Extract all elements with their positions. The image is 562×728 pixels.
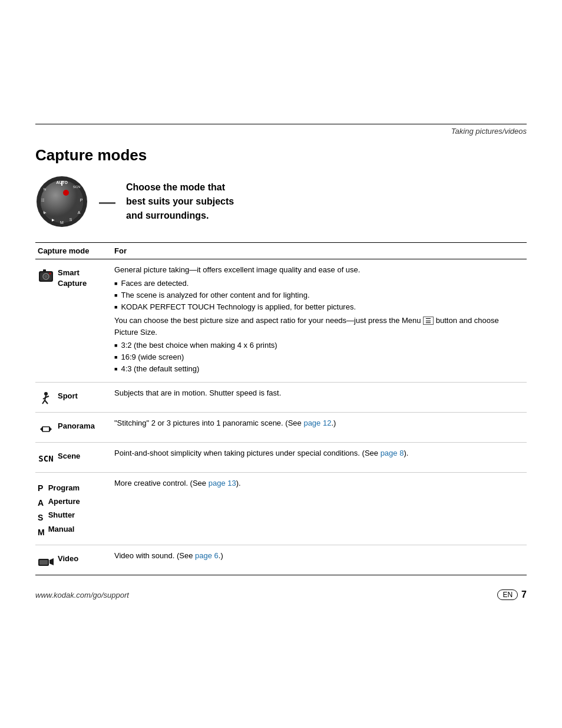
mode-label-scene: Scene xyxy=(58,451,80,462)
svg-text:⛷: ⛷ xyxy=(43,211,47,215)
svg-text:A: A xyxy=(78,210,81,215)
pasm-desc: More creative control. (See page 13). xyxy=(114,479,241,487)
bullet-item: KODAK PERFECT TOUCH Technology is applie… xyxy=(114,302,524,312)
bullet-item: 16:9 (wide screen) xyxy=(114,352,524,363)
smart-capture-icon xyxy=(38,268,54,284)
svg-point-20 xyxy=(49,273,51,275)
video-desc: Video with sound. (See page 6.) xyxy=(114,551,223,560)
smart-capture-size-bullets: 3:2 (the best choice when making 4 x 6 p… xyxy=(114,340,524,375)
svg-text:SCN: SCN xyxy=(73,185,81,189)
panorama-desc: "Stitching" 2 or 3 pictures into 1 panor… xyxy=(114,419,336,427)
bullet-item: 3:2 (the best choice when making 4 x 6 p… xyxy=(114,340,524,351)
smart-capture-bullets: Faces are detected. The scene is analyze… xyxy=(114,278,524,313)
intro-text: Choose the mode that best suits your sub… xyxy=(126,180,234,223)
svg-text:☷: ☷ xyxy=(41,199,44,202)
for-cell-pasm: More creative control. (See page 13). xyxy=(112,472,527,545)
svg-line-23 xyxy=(42,400,45,404)
page: Taking pictures/videos Capture modes xyxy=(0,124,562,728)
svg-line-26 xyxy=(46,396,49,397)
scn-icon: SCN xyxy=(38,451,54,467)
svg-rect-19 xyxy=(43,269,46,272)
svg-point-18 xyxy=(44,275,48,278)
pasm-letters: P A S M xyxy=(38,481,45,541)
footer: www.kodak.com/go/support EN 7 xyxy=(35,589,527,600)
video-icon xyxy=(38,554,54,570)
mode-label-video: Video xyxy=(58,554,78,564)
mode-cell-sport: Sport xyxy=(35,382,112,412)
mode-cell-video: Video xyxy=(35,545,112,575)
col-for-header: For xyxy=(112,243,527,259)
pasm-labels: Program Aperture Shutter Manual xyxy=(48,481,80,536)
camera-dial-icon: AUTO SCN P A S M ▶ ⛷ ☷ N xyxy=(35,175,88,228)
panorama-link[interactable]: page 12 xyxy=(303,419,331,427)
svg-point-13 xyxy=(63,190,69,196)
panorama-icon xyxy=(38,421,54,437)
table-row: Video Video with sound. (See page 6.) xyxy=(35,545,527,575)
for-cell-panorama: "Stitching" 2 or 3 pictures into 1 panor… xyxy=(112,412,527,442)
svg-rect-32 xyxy=(39,560,48,565)
intro-section: AUTO SCN P A S M ▶ ⛷ ☷ N xyxy=(35,175,527,228)
svg-text:▶: ▶ xyxy=(52,218,55,222)
for-cell-video: Video with sound. (See page 6.) xyxy=(112,545,527,575)
bullet-item: Faces are detected. xyxy=(114,278,524,289)
sport-desc: Subjects that are in motion. Shutter spe… xyxy=(114,388,281,397)
mode-label-panorama: Panorama xyxy=(58,421,95,431)
footer-page: EN 7 xyxy=(497,589,527,600)
header-rule xyxy=(35,124,527,124)
footer-url: www.kodak.com/go/support xyxy=(35,591,129,599)
svg-point-21 xyxy=(44,392,48,396)
page-number: 7 xyxy=(521,589,527,600)
mode-label-smart-capture: SmartCapture xyxy=(58,268,87,289)
mode-cell-scene: SCN Scene xyxy=(35,442,112,472)
header-subtitle: Taking pictures/videos xyxy=(0,127,527,136)
svg-text:N: N xyxy=(44,187,46,191)
table-row: Panorama "Stitching" 2 or 3 pictures int… xyxy=(35,412,527,442)
svg-text:P: P xyxy=(80,198,83,202)
smart-capture-extra: You can choose the best picture size and… xyxy=(114,316,499,337)
for-cell-sport: Subjects that are in motion. Shutter spe… xyxy=(112,382,527,412)
table-row: P A S M Program Aperture Shutter Manual xyxy=(35,472,527,545)
main-content: Capture modes xyxy=(35,146,527,575)
table-row: Sport Subjects that are in motion. Shutt… xyxy=(35,382,527,412)
for-cell-scene: Point-and-shoot simplicity when taking p… xyxy=(112,442,527,472)
svg-rect-29 xyxy=(42,427,49,431)
svg-text:S: S xyxy=(70,218,72,222)
page-title: Capture modes xyxy=(35,146,527,164)
for-cell-smart-capture: General picture taking—it offers excelle… xyxy=(112,259,527,383)
mode-cell-pasm: P A S M Program Aperture Shutter Manual xyxy=(35,472,112,545)
bullet-item: The scene is analyzed for other content … xyxy=(114,290,524,301)
pasm-link[interactable]: page 13 xyxy=(209,479,236,487)
mode-cell-panorama: Panorama xyxy=(35,412,112,442)
scene-link[interactable]: page 8 xyxy=(381,449,404,457)
intro-dash xyxy=(99,202,115,204)
mode-cell-smart-capture: SmartCapture xyxy=(35,259,112,383)
bullet-item: 4:3 (the default setting) xyxy=(114,364,524,374)
mode-label-sport: Sport xyxy=(58,391,78,401)
lang-badge: EN xyxy=(497,589,518,600)
table-row: SCN Scene Point-and-shoot simplicity whe… xyxy=(35,442,527,472)
scene-desc: Point-and-shoot simplicity when taking p… xyxy=(114,449,408,457)
svg-text:M: M xyxy=(60,220,64,225)
modes-table: Capture mode For xyxy=(35,242,527,575)
table-header-row: Capture mode For xyxy=(35,243,527,259)
svg-line-24 xyxy=(45,400,48,404)
video-link[interactable]: page 6 xyxy=(195,551,219,560)
svg-marker-31 xyxy=(49,558,54,565)
smart-capture-desc: General picture taking—it offers excelle… xyxy=(114,265,360,274)
sport-icon xyxy=(38,391,54,407)
table-row: SmartCapture General picture taking—it o… xyxy=(35,259,527,383)
col-mode-header: Capture mode xyxy=(35,243,112,259)
